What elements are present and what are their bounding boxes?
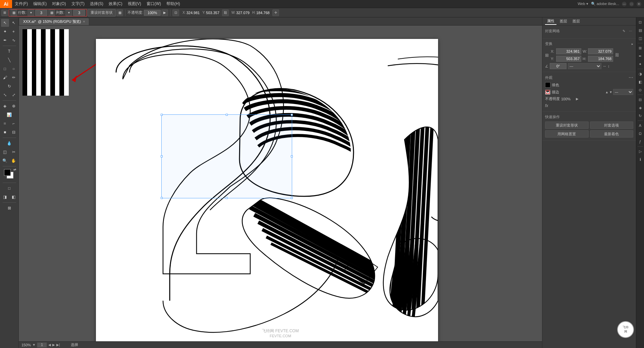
link-proportional-icon[interactable]: ⛓ — [615, 53, 619, 57]
normal-mode[interactable]: □ — [5, 184, 13, 192]
angle-dropdown[interactable]: — — [568, 63, 601, 69]
x-coord-box[interactable]: 324.981 — [556, 48, 581, 54]
brushes-icon[interactable]: ✒ — [637, 53, 644, 59]
swatches-icon[interactable]: ⊞ — [637, 45, 644, 51]
grid-toggle[interactable]: ▦ — [116, 9, 123, 16]
warp-tool[interactable]: ⤢ — [10, 91, 18, 99]
align-icon[interactable]: ⊟ — [637, 96, 644, 103]
canvas-content[interactable]: 飞特网 FEVTE.COM FEVTE.COM — [19, 26, 542, 348]
paintbrush-tool[interactable]: 🖌 — [1, 73, 9, 82]
menu-help[interactable]: 帮助(H) — [164, 0, 183, 8]
constraint-icon[interactable]: ✛ — [272, 9, 279, 16]
canvas-area[interactable]: XXX.ai* @ 150% (RGB/GPU 预览) × — [19, 17, 542, 348]
properties-icon[interactable]: ⊡ — [637, 19, 644, 26]
maximize-button[interactable]: □ — [629, 2, 634, 6]
link-icon[interactable]: ⛓ — [222, 9, 229, 16]
magic-wand-tool[interactable]: ✦ — [1, 28, 9, 36]
tab-close-button[interactable]: × — [83, 20, 85, 23]
opentype-icon[interactable]: ƒ — [637, 138, 644, 145]
type-tool[interactable]: T — [5, 47, 13, 55]
tab-properties[interactable]: 属性 — [545, 18, 556, 25]
minimize-button[interactable]: — — [622, 2, 627, 6]
lasso-tool[interactable]: ⌖ — [10, 28, 18, 36]
shape-builder-tool[interactable]: ◈ — [1, 102, 9, 110]
transform-panel-icon[interactable]: ↻ — [637, 112, 644, 119]
menu-edit[interactable]: 编辑(E) — [31, 0, 49, 8]
select-tool[interactable]: ↖ — [1, 19, 9, 27]
fill-swatch[interactable] — [545, 82, 550, 88]
pen-tool[interactable]: ✒ — [1, 36, 9, 44]
live-paint-tool[interactable]: ⊕ — [10, 102, 18, 110]
graph-tool[interactable]: 📊 — [5, 111, 13, 119]
menu-object[interactable]: 对象(O) — [49, 0, 68, 8]
close-button[interactable]: ✕ — [637, 2, 641, 6]
curvature-tool[interactable]: ∿ — [10, 36, 18, 44]
appearance-icon[interactable]: ⊙ — [637, 87, 644, 93]
rows-input[interactable] — [35, 10, 47, 16]
grid-reference-icon[interactable]: ⊞ — [545, 53, 549, 58]
gradient-tool[interactable]: ■ — [1, 128, 9, 136]
page-next[interactable]: ▶ — [52, 343, 55, 347]
stroke-down-icon[interactable]: ▼ — [609, 90, 612, 94]
page-prev[interactable]: ◀ — [48, 343, 51, 347]
charstyles-icon[interactable]: A — [637, 122, 644, 129]
mesh-tool[interactable]: ⊟ — [10, 128, 18, 136]
measure-tool[interactable]: ⌐ — [10, 119, 18, 128]
envelope-options-btn[interactable]: 封套选项 — [590, 121, 634, 129]
scale-tool[interactable]: ⤡ — [1, 91, 9, 99]
opacity-expand-arrow[interactable]: ▶ — [576, 97, 579, 101]
menu-effect[interactable]: 效果(C) — [106, 0, 125, 8]
eyedropper-tool[interactable]: 💧 — [5, 139, 13, 147]
page-input[interactable] — [37, 342, 47, 348]
h-coord-box[interactable]: 184.768 — [588, 56, 613, 62]
hand-tool[interactable]: ✋ — [10, 157, 18, 165]
libraries-icon[interactable]: ▤ — [637, 27, 644, 34]
swap-colors-icon[interactable]: ⇄ — [13, 168, 16, 171]
document-tab[interactable]: XXX.ai* @ 150% (RGB/GPU 预览) × — [19, 18, 89, 25]
actions-icon[interactable]: ▷ — [637, 148, 644, 155]
envelope-edit-icon[interactable]: ✎ — [621, 28, 627, 34]
menu-file[interactable]: 文件(F) — [12, 0, 31, 8]
direct-select-tool[interactable]: ↖ — [10, 19, 18, 27]
menu-select[interactable]: 选择(S) — [87, 0, 106, 8]
reset-envelope-shape-btn[interactable]: 重设封套形状 — [545, 121, 589, 129]
opacity-more[interactable]: ▶ — [161, 9, 168, 16]
appearance-more-icon[interactable]: ⋯ — [629, 75, 633, 80]
artboard-tool[interactable]: ⊠ — [5, 204, 13, 212]
search-bar[interactable]: 🔍 adobe illesk... — [591, 2, 619, 6]
menu-view[interactable]: 视图(V) — [125, 0, 144, 8]
tab-libraries[interactable]: 图层 — [558, 18, 569, 24]
ellipse-tool[interactable]: ○ — [10, 65, 18, 73]
transform-expand[interactable]: ▸ — [632, 42, 633, 46]
cols-decrease[interactable]: ▾ — [65, 9, 72, 16]
pathfinder-icon[interactable]: ◈ — [637, 104, 644, 111]
glyphs-icon[interactable]: Ω — [637, 130, 644, 137]
rows-decrease[interactable]: ▾ — [28, 9, 34, 16]
envelope-more-icon[interactable]: ⋯ — [628, 28, 633, 34]
angle-input[interactable]: 0° — [550, 63, 567, 69]
w-coord-box[interactable]: 327.079 — [588, 48, 613, 54]
opacity-input[interactable] — [144, 10, 161, 16]
zoom-tool[interactable]: 🔍 — [1, 157, 9, 165]
info-icon[interactable]: ℹ — [637, 156, 644, 163]
y-coord-box[interactable]: 503.357 — [556, 56, 581, 62]
line-tool[interactable]: ╲ — [5, 56, 13, 64]
stroke-dropdown[interactable]: — — [613, 89, 633, 95]
layers-icon[interactable]: ◫ — [637, 35, 644, 42]
outline-mode[interactable]: ◧ — [10, 193, 18, 201]
tab-layers[interactable]: 图层 — [571, 18, 582, 24]
scissors-tool[interactable]: ✂ — [10, 148, 18, 156]
stroke-swatch[interactable] — [545, 89, 550, 95]
flip-v-icon[interactable]: ↕ — [608, 64, 610, 68]
reset-shape-button[interactable]: 重设封套形状 — [88, 9, 116, 16]
flip-h-icon[interactable]: ↔ — [603, 64, 606, 68]
slice-tool[interactable]: ⌗ — [1, 119, 9, 128]
rotate-tool[interactable]: ↻ — [5, 82, 13, 90]
gradient-panel-icon[interactable]: ◑ — [637, 70, 644, 77]
reset-grid-btn[interactable]: 用网格置置 — [545, 130, 589, 138]
transform-icon2[interactable]: ⊡ — [172, 9, 179, 16]
foreground-color-box[interactable] — [4, 169, 11, 176]
zoom-out-btn[interactable]: ▼ — [32, 343, 36, 347]
transparency-icon[interactable]: ◧ — [637, 79, 644, 85]
symbols-icon[interactable]: ✦ — [637, 61, 644, 67]
